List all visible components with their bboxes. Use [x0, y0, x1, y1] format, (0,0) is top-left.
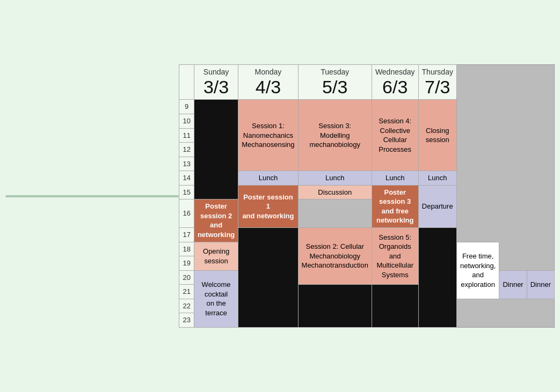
sunday-name: Sunday	[198, 67, 235, 77]
mon-session2: Session 2: CellularMechanobiologyMechano…	[298, 227, 372, 284]
tue-poster2: Poster session 2and networking	[194, 199, 238, 242]
thursday-name: Thursday	[422, 67, 453, 77]
mon-lunch: Lunch	[238, 171, 298, 186]
thu-17	[418, 227, 456, 327]
hour-13: 13	[179, 157, 194, 171]
hour-11: 11	[179, 128, 194, 143]
thu-departure: Departure	[418, 185, 456, 227]
tue-discussion: Discussion	[298, 185, 372, 199]
hour-14: 14	[179, 171, 194, 186]
schedule-table: Sunday 3/3 Monday 4/3 Tuesday 5/3 Wednes…	[179, 64, 555, 328]
header-sunday: Sunday 3/3	[194, 65, 238, 100]
wed-lunch: Lunch	[372, 171, 418, 186]
hour-10: 10	[179, 114, 194, 129]
hour-20: 20	[179, 270, 194, 285]
hour-19: 19	[179, 256, 194, 271]
schedule-wrapper	[5, 195, 179, 197]
hour-15: 15	[179, 185, 194, 199]
header-wednesday: Wednesday 6/3	[372, 65, 418, 100]
sun-17	[238, 227, 298, 327]
corner	[179, 65, 194, 100]
wednesday-name: Wednesday	[375, 67, 415, 77]
hour-17: 17	[179, 227, 194, 242]
tuesday-name: Tuesday	[302, 67, 368, 77]
mon-21	[298, 285, 372, 328]
mon-poster1: Poster session 1and networking	[238, 185, 298, 227]
hour-18: 18	[179, 242, 194, 256]
thu-closing: Closing session	[418, 100, 456, 171]
thu-lunch: Lunch	[418, 171, 456, 186]
header-tuesday: Tuesday 5/3	[298, 65, 372, 100]
sun-cocktail: Welcome cocktailon the terrace	[194, 270, 238, 327]
header-thursday: Thursday 7/3	[418, 65, 456, 100]
mon-dinner: Dinner	[499, 270, 527, 299]
thursday-date: 7/3	[422, 77, 453, 97]
hour-12: 12	[179, 143, 194, 157]
wed-session5: Session 5:Organoids andMulticellularSyst…	[372, 227, 418, 284]
hour-9: 9	[179, 100, 194, 114]
row-9: 9 Session 1:NanomechanicsMechanosensing …	[179, 100, 555, 114]
tue-lunch: Lunch	[298, 171, 372, 186]
wed-21	[372, 285, 418, 328]
monday-date: 4/3	[242, 77, 294, 97]
wed-poster3: Poster session 3and freenetworking	[372, 185, 418, 227]
header-monday: Monday 4/3	[238, 65, 298, 100]
monday-name: Monday	[242, 67, 294, 77]
tue-session3: Session 3:Modellingmechanobiology	[298, 100, 372, 171]
sun-opening: Opening session	[194, 242, 238, 270]
mon-session1: Session 1:NanomechanicsMechanosensing	[238, 100, 298, 171]
hour-21: 21	[179, 285, 194, 299]
wed-session4: Session 4:Collective CellularProcesses	[372, 100, 418, 171]
sunday-date: 3/3	[198, 77, 235, 97]
hour-23: 23	[179, 313, 194, 328]
row-16: 16 Poster session 2and networking	[179, 199, 555, 228]
sun-9	[194, 100, 238, 199]
hour-16: 16	[179, 199, 194, 228]
wednesday-date: 6/3	[375, 77, 415, 97]
wed-dinner: Dinner	[527, 270, 554, 299]
tuesday-date: 5/3	[302, 77, 368, 97]
tue-freetime: Free time,networking, andexploration	[456, 242, 499, 299]
hour-22: 22	[179, 299, 194, 313]
